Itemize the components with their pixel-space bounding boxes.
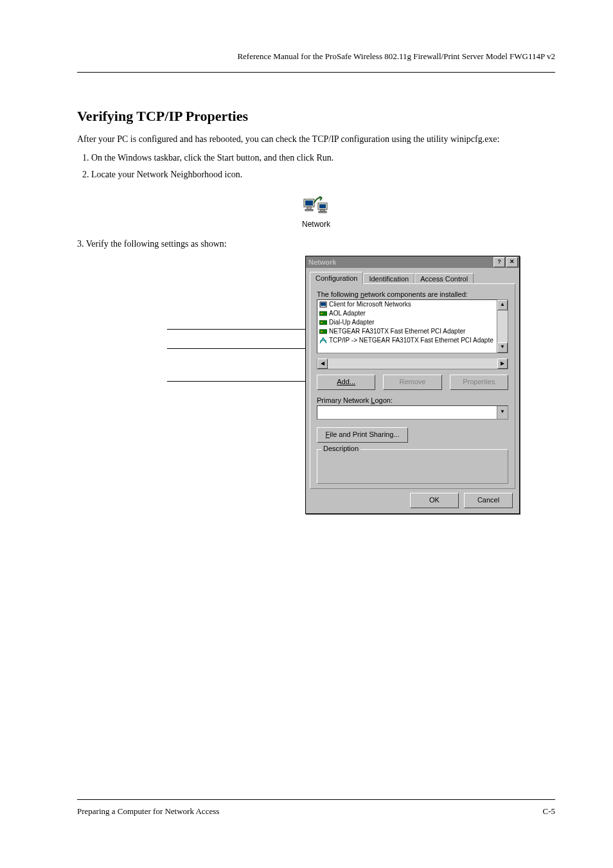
protocol-icon — [319, 337, 328, 344]
list-item[interactable]: NETGEAR FA310TX Fast Ethernet PCI Adapte… — [317, 327, 497, 336]
list-item[interactable]: AOL Adapter — [317, 309, 497, 318]
svg-rect-7 — [319, 211, 326, 213]
tabstrip: Configuration Identification Access Cont… — [310, 270, 515, 283]
components-listbox[interactable]: Client for Microsoft Networks AOL Adapte… — [317, 299, 497, 353]
step-1: On the Windows taskbar, click the Start … — [91, 151, 555, 165]
footer-left: Preparing a Computer for Network Access — [77, 806, 219, 817]
description-legend: Description — [321, 445, 360, 452]
svg-rect-5 — [319, 204, 326, 208]
header-right: Reference Manual for the ProSafe Wireles… — [77, 51, 555, 62]
footer-right: C-5 — [543, 806, 556, 817]
cancel-button[interactable]: Cancel — [464, 493, 513, 508]
svg-rect-3 — [305, 209, 313, 211]
scroll-down-icon[interactable]: ▼ — [497, 342, 508, 353]
hscrollbar[interactable]: ◀ ▶ — [317, 359, 508, 369]
adapter-icon — [319, 310, 328, 317]
help-button[interactable]: ? — [493, 257, 505, 267]
chevron-down-icon[interactable]: ▼ — [497, 406, 508, 419]
svg-rect-2 — [307, 207, 311, 209]
file-print-sharing-button[interactable]: FFile and Print Sharing...ile and Print … — [317, 427, 408, 443]
section-title: Verifying TCP/IP Properties — [77, 108, 555, 125]
properties-button: Properties — [450, 375, 508, 390]
primary-logon-label: Primary Network Logon: — [317, 396, 508, 404]
primary-logon-combo[interactable]: ▼ — [317, 405, 508, 420]
callout-line-3 — [167, 381, 315, 382]
list-item[interactable]: Client for Microsoft Networks — [317, 300, 497, 309]
steps-list: On the Windows taskbar, click the Start … — [91, 151, 555, 182]
svg-rect-11 — [321, 313, 323, 314]
ok-button[interactable]: OK — [410, 493, 459, 508]
scroll-up-icon[interactable]: ▲ — [497, 300, 508, 310]
svg-rect-1 — [305, 200, 313, 206]
svg-rect-14 — [319, 330, 327, 333]
network-icon — [303, 194, 330, 216]
step-3-lead: 3. Verify the following settings as show… — [77, 239, 555, 249]
adapter-icon — [319, 328, 328, 335]
tab-panel: The following network components are ins… — [310, 283, 515, 489]
network-icon-label: Network — [77, 220, 555, 229]
svg-rect-13 — [321, 322, 323, 323]
svg-rect-9 — [321, 303, 326, 306]
tab-identification[interactable]: Identification — [363, 273, 414, 284]
svg-rect-15 — [321, 331, 323, 332]
callout-line-1 — [167, 329, 308, 330]
list-item[interactable]: Dial-Up Adapter — [317, 318, 497, 327]
remove-button: Remove — [383, 375, 441, 390]
page-footer: Preparing a Computer for Network Access … — [77, 799, 555, 817]
svg-rect-12 — [319, 321, 327, 324]
list-item[interactable]: TCP/IP -> NETGEAR FA310TX Fast Ethernet … — [317, 336, 497, 345]
description-groupbox: Description — [317, 449, 508, 484]
components-label: The following network components are ins… — [317, 290, 508, 298]
scroll-right-icon[interactable]: ▶ — [497, 359, 508, 369]
titlebar: Network ? ✕ — [306, 256, 519, 268]
vscrollbar[interactable]: ▲ ▼ — [497, 299, 508, 353]
callout-line-2 — [167, 348, 305, 349]
client-icon — [319, 301, 328, 308]
step-2: Locate your Network Neighborhood icon. — [91, 168, 555, 182]
network-dialog: Network ? ✕ Configuration Identification… — [305, 256, 520, 514]
add-button[interactable]: Add... — [317, 375, 375, 390]
svg-rect-10 — [319, 312, 327, 315]
dialog-title: Network — [307, 258, 492, 266]
close-button[interactable]: ✕ — [506, 257, 518, 267]
scroll-left-icon[interactable]: ◀ — [317, 359, 328, 369]
adapter-icon — [319, 319, 328, 326]
tab-configuration[interactable]: Configuration — [310, 272, 363, 284]
intro-paragraph: After your PC is configured and has rebo… — [77, 132, 555, 146]
tab-access-control[interactable]: Access Control — [414, 273, 474, 284]
header-rule — [77, 64, 555, 73]
